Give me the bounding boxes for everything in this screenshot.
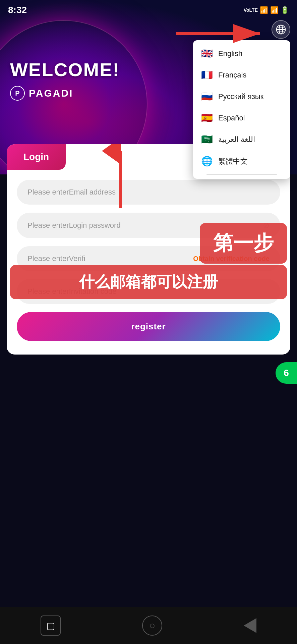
- status-bar: 8:32 VoLTE 📶 📶 🔋: [0, 0, 297, 20]
- arrow-to-dropdown: [87, 144, 154, 211]
- verification-input[interactable]: [27, 254, 193, 263]
- nav-home-button[interactable]: ○: [142, 615, 162, 636]
- navigation-bar: ▢ ○: [0, 607, 297, 644]
- flag-spanish: 🇪🇸: [201, 113, 213, 123]
- signal-4g-icon: 📶: [260, 6, 268, 14]
- lang-item-russian[interactable]: 🇷🇺 Русский язык: [193, 86, 290, 107]
- welcome-text: WELCOME!: [10, 59, 120, 80]
- lang-label-russian: Русский язык: [218, 92, 263, 101]
- lang-item-arabic[interactable]: 🇸🇦 اللغة العربية: [193, 129, 290, 150]
- language-dropdown: 🇬🇧 English 🇫🇷 Français 🇷🇺 Русский язык 🇪…: [193, 40, 290, 179]
- triangle-icon: [244, 618, 256, 633]
- lang-item-spanish[interactable]: 🇪🇸 Español: [193, 107, 290, 129]
- arrow-to-globe: [176, 23, 270, 44]
- annotation-step1: 第一步: [200, 223, 287, 264]
- step1-text: 第一步: [213, 232, 274, 254]
- lang-item-english[interactable]: 🇬🇧 English: [193, 43, 290, 64]
- brand-row: P PAGADI: [10, 86, 120, 101]
- brand-name: PAGADI: [29, 88, 73, 99]
- register-button[interactable]: register: [17, 312, 280, 341]
- lang-item-french[interactable]: 🇫🇷 Français: [193, 64, 290, 86]
- nav-square-button[interactable]: ▢: [41, 615, 61, 636]
- signal-4g-2-icon: 📶: [270, 6, 279, 14]
- status-time: 8:32: [8, 5, 27, 15]
- lang-label-french: Français: [218, 71, 246, 79]
- lang-label-spanish: Español: [218, 114, 245, 122]
- float-action-button[interactable]: 6: [276, 362, 297, 384]
- volte-icon: VoLTE: [244, 7, 258, 13]
- flag-french: 🇫🇷: [201, 70, 213, 80]
- tab-login-label: Login: [23, 152, 49, 162]
- brand-logo: P: [10, 86, 25, 101]
- circle-icon: ○: [149, 620, 155, 631]
- mailbox-text: 什么邮箱都可以注册: [79, 273, 218, 290]
- flag-chinese: 🌐: [201, 157, 213, 166]
- lang-label-chinese: 繁體中文: [218, 156, 248, 166]
- lang-item-chinese[interactable]: 🌐 繁體中文: [193, 150, 290, 172]
- flag-english: 🇬🇧: [201, 49, 213, 58]
- flag-russian: 🇷🇺: [201, 92, 213, 101]
- tab-login[interactable]: Login: [7, 144, 66, 170]
- globe-icon: [276, 24, 286, 35]
- status-icons: VoLTE 📶 📶 🔋: [244, 6, 289, 14]
- lang-separator: [206, 174, 277, 175]
- square-icon: ▢: [46, 620, 55, 631]
- flag-arabic: 🇸🇦: [201, 135, 213, 144]
- annotation-mailbox: 什么邮箱都可以注册: [10, 265, 287, 299]
- welcome-section: WELCOME! P PAGADI: [10, 59, 120, 101]
- battery-icon: 🔋: [281, 6, 289, 14]
- nav-back-button[interactable]: [244, 618, 256, 633]
- lang-label-english: English: [218, 49, 242, 58]
- language-button[interactable]: [272, 20, 290, 39]
- lang-label-arabic: اللغة العربية: [218, 135, 255, 144]
